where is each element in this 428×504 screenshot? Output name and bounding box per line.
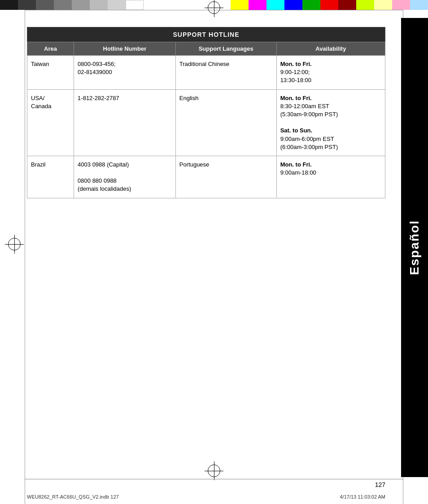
cell-availability-brazil: Mon. to Fri.9:00am-18:00 <box>276 156 385 198</box>
cell-languages-taiwan: Traditional Chinese <box>175 56 276 90</box>
cell-hotline-brazil: 4003 0988 (Capital)0800 880 0988(demais … <box>74 156 176 198</box>
crosshair-top <box>208 1 220 14</box>
sidebar-language-label: Español <box>407 220 422 275</box>
cb-swatch <box>320 0 338 10</box>
cb-swatch <box>231 0 249 10</box>
cb-swatch <box>108 0 126 10</box>
bottom-line <box>25 479 403 479</box>
cell-availability-taiwan: Mon. to Fri.9:00-12:00;13:30-18:00 <box>276 56 385 90</box>
language-sidebar: Español <box>401 18 428 477</box>
page-number: 127 <box>375 481 385 488</box>
cb-swatch <box>410 0 428 10</box>
cell-hotline-taiwan: 0800-093-456;02-81439000 <box>74 56 176 90</box>
cell-hotline-usa: 1-812-282-2787 <box>74 89 176 156</box>
col-header-languages: Support Languages <box>175 42 276 56</box>
cell-languages-usa: English <box>175 89 276 156</box>
cell-area-usa: USA/Canada <box>27 89 74 156</box>
border-left <box>25 10 25 504</box>
cb-swatch <box>18 0 36 10</box>
support-hotline-table: SUPPORT HOTLINE Area Hotline Number Supp… <box>27 27 385 198</box>
cb-swatch <box>36 0 54 10</box>
col-header-availability: Availability <box>276 42 385 56</box>
cell-area-taiwan: Taiwan <box>27 56 74 90</box>
cb-swatch <box>90 0 108 10</box>
cb-swatch <box>374 0 392 10</box>
col-header-area: Area <box>27 42 74 56</box>
col-header-hotline: Hotline Number <box>74 42 176 56</box>
cb-swatch <box>356 0 374 10</box>
cb-swatch <box>284 0 302 10</box>
cb-swatch <box>302 0 320 10</box>
footer-left: WEU8262_RT-AC66U_QSG_V2.indb 127 <box>27 494 119 500</box>
crosshair-left <box>8 238 21 250</box>
cb-swatch <box>392 0 410 10</box>
cb-swatch <box>72 0 90 10</box>
footer-right: 4/17/13 11:03:02 AM <box>340 494 385 500</box>
cb-swatch <box>338 0 356 10</box>
cb-swatch <box>54 0 72 10</box>
cb-swatch <box>249 0 266 10</box>
cell-languages-brazil: Portuguese <box>175 156 276 198</box>
cell-area-brazil: Brazil <box>27 156 74 198</box>
table-title: SUPPORT HOTLINE <box>27 27 385 42</box>
cb-swatch <box>0 0 18 10</box>
cb-swatch <box>126 0 144 10</box>
cell-availability-usa: Mon. to Fri. 8:30-12:00am EST (5:30am-9:… <box>276 89 385 156</box>
table-row: USA/Canada 1-812-282-2787 English Mon. t… <box>27 89 385 156</box>
main-content: SUPPORT HOTLINE Area Hotline Number Supp… <box>27 18 385 477</box>
table-row: Taiwan 0800-093-456;02-81439000 Traditio… <box>27 56 385 90</box>
table-row: Brazil 4003 0988 (Capital)0800 880 0988(… <box>27 156 385 198</box>
cb-swatch <box>266 0 284 10</box>
